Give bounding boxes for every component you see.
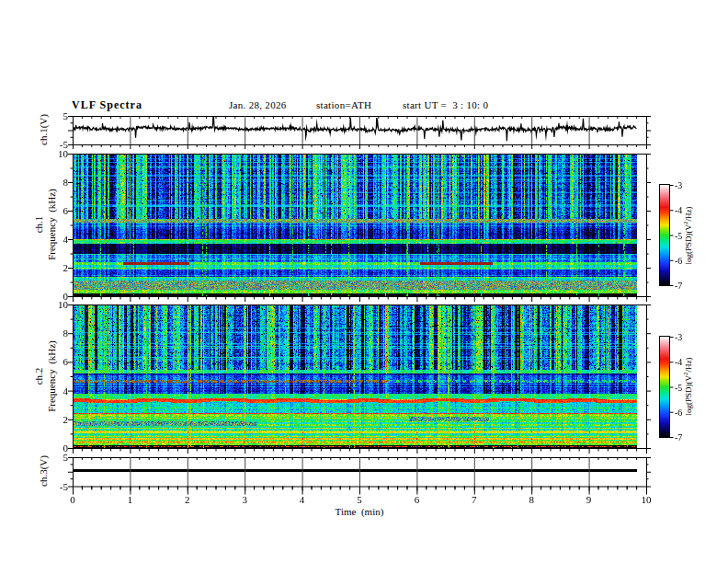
x-tick-label: 7	[472, 495, 477, 505]
colorbar-tick-label: -4	[675, 206, 682, 214]
y-tick-label: 2	[37, 263, 68, 272]
colorbar-tick-label: -6	[675, 257, 682, 265]
y-tick-label: 10	[37, 149, 68, 158]
y-tick-label: 2	[37, 415, 68, 424]
colorbar-tick-label: -5	[675, 384, 682, 392]
colorbar-tick-label: -7	[675, 282, 682, 290]
colorbar-tick-label: -5	[675, 232, 682, 240]
axes-overlay	[0, 0, 728, 563]
x-tick-label: 10	[642, 495, 652, 505]
colorbar-tick-label: -3	[675, 333, 682, 341]
x-tick-label: 9	[586, 495, 592, 505]
y-tick-label: 10	[37, 300, 68, 309]
y-tick-label: 6	[37, 357, 68, 366]
colorbar-tick-label: -4	[675, 358, 682, 366]
y-tick-label: 5	[37, 111, 68, 121]
y-tick-label: 4	[37, 386, 68, 396]
y-tick-label: 8	[37, 178, 68, 187]
x-tick-label: 8	[529, 495, 534, 505]
x-tick-label: 4	[300, 495, 305, 505]
x-tick-label: 0	[70, 495, 75, 505]
y-tick-label: 6	[37, 206, 68, 215]
y-tick-label: 5	[37, 453, 68, 462]
colorbar-tick-label: -6	[675, 408, 682, 417]
x-tick-label: 3	[242, 495, 247, 505]
y-tick-label: -5	[37, 482, 68, 491]
y-tick-label: 8	[37, 328, 68, 338]
colorbar-tick-label: -3	[675, 181, 682, 190]
x-tick-label: 2	[185, 495, 190, 505]
x-tick-label: 5	[357, 495, 362, 505]
colorbar-tick-label: -7	[675, 433, 682, 442]
x-tick-label: 6	[415, 495, 420, 505]
vlf-spectra-figure: VLF Spectra Jan. 28, 2026 station=ATH st…	[0, 0, 728, 563]
y-tick-label: 4	[37, 235, 68, 244]
y-tick-label: 0	[37, 443, 68, 453]
x-tick-label: 1	[128, 495, 133, 505]
